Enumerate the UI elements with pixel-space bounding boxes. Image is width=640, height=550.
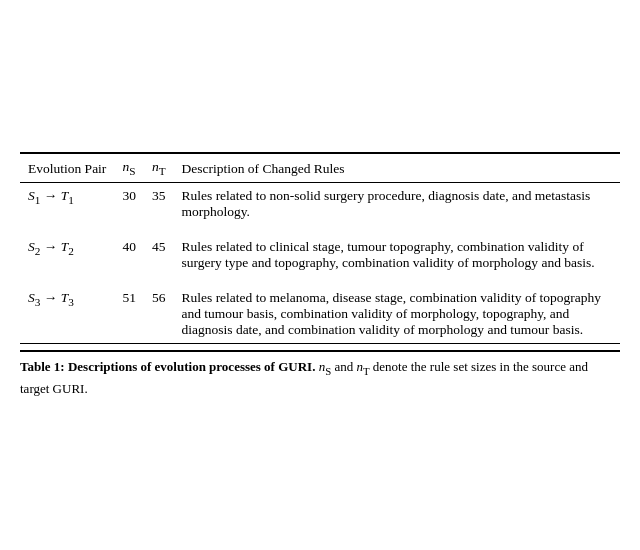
nt-cell-1: 35	[144, 182, 174, 225]
table-caption: Table 1: Descriptions of evolution proce…	[20, 350, 620, 398]
table-row: S1 → T1 30 35 Rules related to non-solid…	[20, 182, 620, 225]
description-cell-2: Rules related to clinical stage, tumour …	[174, 225, 621, 276]
pair-cell-2: S2 → T2	[20, 225, 114, 276]
nt-cell-3: 56	[144, 276, 174, 344]
table-row: S3 → T3 51 56 Rules related to melanoma,…	[20, 276, 620, 344]
table-container: Evolution Pair nS nT Description of Chan…	[20, 152, 620, 398]
pair-cell-3: S3 → T3	[20, 276, 114, 344]
nt-cell-2: 45	[144, 225, 174, 276]
ns-cell-2: 40	[114, 225, 144, 276]
caption-bold-text: Table 1: Descriptions of evolution proce…	[20, 359, 315, 374]
table-header-row: Evolution Pair nS nT Description of Chan…	[20, 153, 620, 182]
header-evolution-pair: Evolution Pair	[20, 153, 114, 182]
table-row: S2 → T2 40 45 Rules related to clinical …	[20, 225, 620, 276]
ns-cell-1: 30	[114, 182, 144, 225]
description-cell-1: Rules related to non-solid surgery proce…	[174, 182, 621, 225]
pair-cell-1: S1 → T1	[20, 182, 114, 225]
data-table: Evolution Pair nS nT Description of Chan…	[20, 152, 620, 344]
header-ns: nS	[114, 153, 144, 182]
description-cell-3: Rules related to melanoma, disease stage…	[174, 276, 621, 344]
ns-cell-3: 51	[114, 276, 144, 344]
header-description: Description of Changed Rules	[174, 153, 621, 182]
header-nt: nT	[144, 153, 174, 182]
